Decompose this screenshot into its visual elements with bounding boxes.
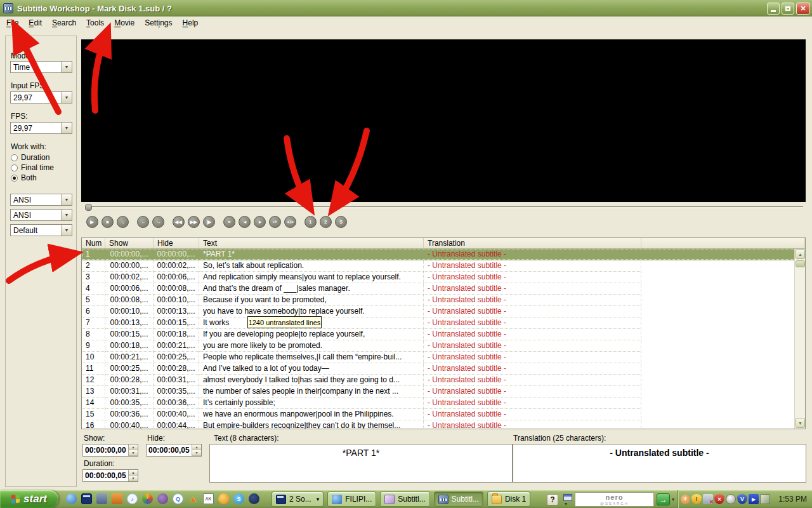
close-button[interactable]: ✕ — [796, 3, 810, 15]
subtitle-row-11[interactable]: 1100:00:25,...00:00:28,...And I’ve talke… — [82, 363, 805, 375]
book-icon[interactable] — [112, 493, 122, 504]
player-tray-icon[interactable] — [749, 494, 759, 504]
subtitle-row-10[interactable]: 1000:00:21,...00:00:25,...People who rep… — [82, 352, 805, 363]
menu-settings[interactable]: Settings — [140, 17, 177, 29]
subtitle-row-13[interactable]: 1300:00:31,...00:00:35,...the number of … — [82, 386, 805, 398]
menu-search[interactable]: Search — [47, 17, 81, 29]
subtitle-row-8[interactable]: 800:00:15,...00:00:18,...If you are deve… — [82, 329, 805, 340]
help-tray-button[interactable]: ? — [547, 494, 558, 505]
duration-spinner[interactable]: 00:00:00,05 ▲▼ — [82, 469, 138, 482]
subtitle-row-16[interactable]: 1600:00:40,...00:00:44,...But empire-bui… — [82, 420, 805, 429]
text-edit-field[interactable]: *PART 1* — [209, 444, 513, 483]
chevron-down-icon[interactable]: ▼ — [61, 210, 72, 220]
menu-file[interactable]: File — [1, 17, 23, 29]
vlc-icon[interactable] — [188, 493, 199, 504]
media-player-icon[interactable] — [142, 493, 153, 504]
rewind-button[interactable]: ◀◀ — [173, 216, 185, 228]
taskbar-task-filipi-[interactable]: FILIPI... — [327, 491, 376, 507]
end-subtitle-button[interactable]: </> — [284, 216, 296, 228]
hide-icons-chevron[interactable] — [681, 495, 690, 504]
charmap-icon[interactable] — [203, 493, 214, 504]
restore-button[interactable] — [782, 3, 794, 15]
playback-rate-button[interactable]: |▶ — [203, 216, 215, 228]
input-fps-select[interactable]: 29,97▼ — [10, 91, 72, 104]
spin-down-icon[interactable]: ▼ — [129, 450, 138, 456]
charset-original-select[interactable]: ANSI▼ — [10, 194, 72, 206]
header-translation[interactable]: Translation — [424, 238, 641, 248]
mark-sync-point-1-button[interactable]: 1 — [304, 216, 317, 228]
charset-translation-select[interactable]: ANSI▼ — [10, 209, 72, 221]
translation-edit-field[interactable]: - Untranslated subtitle - — [513, 444, 806, 483]
spin-up-icon[interactable]: ▲ — [129, 470, 138, 476]
next-subtitle-button[interactable]: → — [152, 216, 164, 228]
window-tray-icon[interactable] — [563, 494, 572, 501]
ocr-scripts-select[interactable]: Default▼ — [10, 224, 72, 236]
subtitle-row-12[interactable]: 1200:00:28,...00:00:31,...almost everybo… — [82, 375, 805, 386]
taskbar-task-disk-1[interactable]: Disk 1 — [487, 491, 530, 507]
header-text[interactable]: Text — [199, 238, 424, 248]
menu-movie[interactable]: Movie — [109, 17, 140, 29]
move-subtitle-button[interactable]: ≡ — [223, 216, 235, 228]
menu-edit[interactable]: Edit — [23, 17, 47, 29]
header-num[interactable]: Num — [82, 238, 105, 248]
subtitle-row-4[interactable]: 400:00:06,...00:00:08,...And that’s the … — [82, 283, 805, 295]
memory-card-icon[interactable] — [760, 494, 770, 504]
forward-button[interactable]: ▶▶ — [188, 216, 200, 228]
subtitle-row-6[interactable]: 600:00:10,...00:00:13,...you have to hav… — [82, 306, 805, 318]
v-shield-icon[interactable] — [737, 494, 747, 504]
set-start-time-button[interactable]: ◄ — [239, 216, 251, 228]
chevron-down-icon[interactable]: ▾ — [317, 496, 320, 502]
chevron-down-icon[interactable]: ▼ — [61, 62, 72, 72]
mark-sync-point-2-button[interactable]: 2 — [320, 216, 332, 228]
mail-checker-icon[interactable] — [218, 493, 229, 504]
fps-select[interactable]: 29,97▼ — [10, 122, 72, 134]
subtitle-row-15[interactable]: 1500:00:36,...00:00:40,...we have an eno… — [82, 409, 805, 420]
subtitle-row-14[interactable]: 1400:00:35,...00:00:36,...It’s certainly… — [82, 398, 805, 409]
scroll-down-button[interactable]: ▼ — [796, 418, 805, 428]
set-final-time-button[interactable]: ► — [254, 216, 266, 228]
penguin-icon[interactable] — [157, 493, 168, 504]
header-show[interactable]: Show — [105, 238, 154, 248]
hide-time-spinner[interactable]: 00:00:00,05 ▲▼ — [146, 444, 202, 457]
minimize-button[interactable] — [767, 3, 780, 15]
subtitle-row-5[interactable]: 500:00:08,...00:00:10,...Because if you … — [82, 295, 805, 306]
start-button[interactable]: start — [0, 490, 58, 508]
show-desktop-icon[interactable] — [81, 493, 92, 504]
header-hide[interactable]: Hide — [154, 238, 199, 248]
start-subtitle-button[interactable]: ‹+ — [269, 216, 281, 228]
subtitle-row-2[interactable]: 200:00:00,...00:00:02,...So, let’s talk … — [82, 260, 805, 272]
show-time-spinner[interactable]: 00:00:00,00 ▲▼ — [82, 444, 138, 457]
messenger-icon[interactable] — [249, 493, 259, 504]
taskbar-task-subtitl-[interactable]: Subtitl... — [380, 491, 429, 507]
add-sync-point-button[interactable]: S — [335, 216, 347, 228]
spinner-arrows[interactable]: ▲▼ — [128, 444, 138, 456]
scrollbar-thumb[interactable] — [796, 260, 805, 267]
media-file-icon[interactable] — [96, 493, 107, 504]
spinner-arrows[interactable]: ▲▼ — [128, 470, 138, 481]
spinner-arrows[interactable]: ▲▼ — [192, 444, 201, 456]
radio-duration[interactable]: Duration — [11, 152, 77, 163]
nero-search-box[interactable]: nero @SEARCH — [575, 492, 654, 507]
chevron-down-icon[interactable]: ▼ — [61, 92, 72, 103]
subtitle-row-9[interactable]: 900:00:18,...00:00:21,...you are more li… — [82, 340, 805, 352]
shield-error-icon[interactable] — [714, 494, 724, 504]
menu-help[interactable]: Help — [178, 17, 204, 29]
video-seekbar[interactable] — [85, 203, 804, 211]
chevron-down-icon[interactable]: ▼ — [61, 225, 72, 236]
browser-icon[interactable] — [66, 493, 77, 504]
globe-tray-icon[interactable] — [726, 494, 736, 504]
shield-warning-icon[interactable] — [691, 494, 702, 504]
radio-both[interactable]: Both — [11, 173, 77, 183]
chevron-down-icon[interactable]: ▾ — [672, 497, 674, 502]
chevron-down-icon[interactable]: ▾ — [565, 501, 567, 507]
subtitle-row-3[interactable]: 300:00:02,...00:00:06,...And replication… — [82, 272, 805, 283]
vertical-scrollbar[interactable]: ▲ ▼ — [794, 249, 805, 429]
chevron-down-icon[interactable]: ▼ — [61, 194, 72, 205]
radio-final-time[interactable]: Final time — [11, 163, 77, 173]
subtitle-row-7[interactable]: 700:00:13,...00:00:15,...It works- Untra… — [82, 318, 805, 329]
scroll-up-button[interactable]: ▲ — [796, 249, 805, 259]
prev-subtitle-button[interactable]: ← — [137, 216, 149, 228]
chevron-down-icon[interactable]: ▼ — [61, 123, 72, 133]
scroll-list-button[interactable]: ↓ — [117, 216, 129, 228]
mode-select[interactable]: Time▼ — [10, 61, 72, 73]
